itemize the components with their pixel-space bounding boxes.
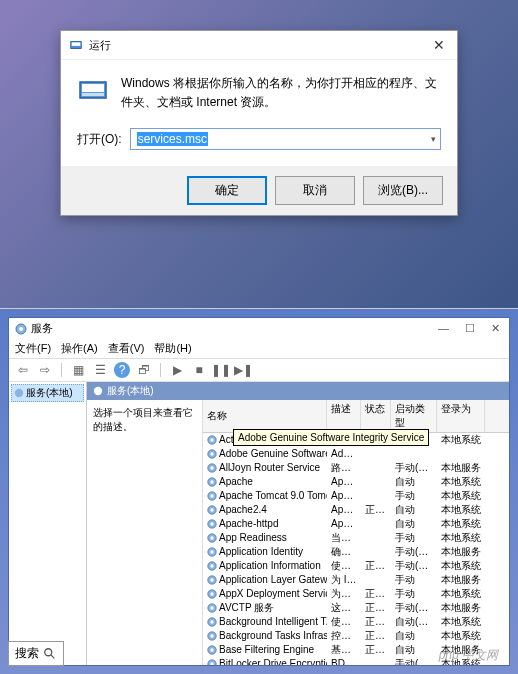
- table-row[interactable]: AVCTP 服务这是…正在…手动(触发…本地服务: [203, 601, 509, 615]
- menu-help[interactable]: 帮助(H): [154, 341, 191, 356]
- svg-point-38: [210, 634, 213, 637]
- gear-icon: [207, 659, 217, 666]
- col-start[interactable]: 启动类型: [391, 400, 437, 432]
- properties-icon[interactable]: ▦: [70, 362, 86, 378]
- svg-point-40: [210, 648, 213, 651]
- gear-icon: [207, 589, 217, 599]
- refresh-icon[interactable]: 🗗: [136, 362, 152, 378]
- svg-point-22: [210, 522, 213, 525]
- help-icon[interactable]: ?: [114, 362, 130, 378]
- open-label: 打开(O):: [77, 131, 122, 148]
- gear-icon: [207, 645, 217, 655]
- menu-file[interactable]: 文件(F): [15, 341, 51, 356]
- svg-point-14: [210, 466, 213, 469]
- svg-rect-3: [82, 84, 104, 92]
- close-icon[interactable]: ✕: [429, 37, 449, 53]
- svg-point-36: [210, 620, 213, 623]
- gear-icon: [207, 505, 217, 515]
- maximize-icon[interactable]: ☐: [462, 322, 478, 335]
- run-dialog: 运行 ✕ Windows 将根据你所输入的名称，为你打开相应的程序、文件夹、文档…: [60, 30, 458, 216]
- play-icon[interactable]: ▶: [169, 362, 185, 378]
- back-icon[interactable]: ⇦: [15, 362, 31, 378]
- table-row[interactable]: Background Intelligent T...使用…正在…自动(延迟…本…: [203, 615, 509, 629]
- table-row[interactable]: Apache Tomcat 9.0 Tomc...Apa...手动本地系统: [203, 489, 509, 503]
- run-titlebar: 运行 ✕: [61, 31, 457, 60]
- svg-point-16: [210, 480, 213, 483]
- table-row[interactable]: Adobe Genuine Software...Ado...: [203, 447, 509, 461]
- svg-point-10: [210, 438, 213, 441]
- stop-icon[interactable]: ■: [191, 362, 207, 378]
- col-login[interactable]: 登录为: [437, 400, 485, 432]
- run-input-value: services.msc: [137, 132, 208, 146]
- services-window: 服务 — ☐ ✕ 文件(F) 操作(A) 查看(V) 帮助(H) ⇦ ⇨ ▦ ☰…: [8, 317, 510, 666]
- services-table: 名称 描述 状态 启动类型 登录为 ActiveX Installer (AxI…: [203, 400, 509, 665]
- svg-point-26: [210, 550, 213, 553]
- svg-line-48: [51, 654, 55, 658]
- svg-point-18: [210, 494, 213, 497]
- menu-action[interactable]: 操作(A): [61, 341, 98, 356]
- gear-icon: [207, 547, 217, 557]
- ok-button[interactable]: 确定: [187, 176, 267, 205]
- table-row[interactable]: Background Tasks Infras...控制…正在…自动本地系统: [203, 629, 509, 643]
- gear-icon: [93, 386, 103, 396]
- table-row[interactable]: App Readiness当用…手动本地系统: [203, 531, 509, 545]
- svg-point-12: [210, 452, 213, 455]
- chevron-down-icon[interactable]: ▾: [431, 134, 436, 144]
- col-desc[interactable]: 描述: [327, 400, 361, 432]
- restart-icon[interactable]: ▶❚: [235, 362, 251, 378]
- svg-point-8: [94, 387, 102, 395]
- table-row[interactable]: AllJoyn Router Service路由…手动(触发…本地服务: [203, 461, 509, 475]
- minimize-icon[interactable]: —: [435, 322, 452, 335]
- forward-icon[interactable]: ⇨: [37, 362, 53, 378]
- table-row[interactable]: Apache-httpdApa...自动本地系统: [203, 517, 509, 531]
- tooltip: Adobe Genuine Software Integrity Service: [233, 429, 429, 446]
- gear-icon: [15, 323, 27, 335]
- table-row[interactable]: AppX Deployment Servic...为部…正在…手动本地系统: [203, 587, 509, 601]
- gear-icon: [207, 449, 217, 459]
- svg-rect-1: [72, 42, 81, 46]
- close-icon[interactable]: ✕: [488, 322, 503, 335]
- run-title-text: 运行: [89, 38, 111, 53]
- svg-rect-4: [82, 93, 104, 96]
- menu-view[interactable]: 查看(V): [108, 341, 145, 356]
- gear-icon: [207, 533, 217, 543]
- gear-icon: [14, 388, 24, 398]
- run-dialog-backdrop: 运行 ✕ Windows 将根据你所输入的名称，为你打开相应的程序、文件夹、文档…: [0, 0, 518, 308]
- services-description-panel: 选择一个项目来查看它的描述。: [87, 400, 203, 665]
- run-icon-large: [77, 74, 109, 106]
- svg-point-24: [210, 536, 213, 539]
- cancel-button[interactable]: 取消: [275, 176, 355, 205]
- gear-icon: [207, 519, 217, 529]
- table-row[interactable]: Application Identity确定…手动(触发…本地服务: [203, 545, 509, 559]
- watermark: php 中文网: [439, 647, 498, 664]
- gear-icon: [207, 631, 217, 641]
- search-overlay[interactable]: 搜索: [8, 641, 64, 666]
- gear-icon: [207, 463, 217, 473]
- gear-icon: [207, 603, 217, 613]
- col-name[interactable]: 名称: [203, 400, 327, 432]
- run-icon: [69, 38, 83, 52]
- gear-icon: [207, 435, 217, 445]
- search-icon: [43, 647, 57, 661]
- table-row[interactable]: ApacheApa...自动本地系统: [203, 475, 509, 489]
- browse-button[interactable]: 浏览(B)...: [363, 176, 443, 205]
- svg-point-20: [210, 508, 213, 511]
- pause-icon[interactable]: ❚❚: [213, 362, 229, 378]
- gear-icon: [207, 477, 217, 487]
- tree-node-local[interactable]: 服务(本地): [11, 384, 84, 402]
- table-row[interactable]: Application Information使用…正在…手动(触发…本地系统: [203, 559, 509, 573]
- gear-icon: [207, 617, 217, 627]
- run-button-bar: 确定 取消 浏览(B)...: [61, 166, 457, 215]
- svg-point-34: [210, 606, 213, 609]
- col-status[interactable]: 状态: [361, 400, 391, 432]
- table-row[interactable]: Application Layer Gatewa...为 In...手动本地服务: [203, 573, 509, 587]
- services-tree: 服务(本地): [9, 382, 87, 665]
- services-panel-header: 服务(本地): [87, 382, 509, 400]
- services-toolbar: ⇦ ⇨ ▦ ☰ ? 🗗 ▶ ■ ❚❚ ▶❚: [9, 359, 509, 382]
- export-icon[interactable]: ☰: [92, 362, 108, 378]
- svg-point-30: [210, 578, 213, 581]
- run-input-combo[interactable]: services.msc ▾: [130, 128, 441, 150]
- table-row[interactable]: Apache2.4Apa...正在…自动本地系统: [203, 503, 509, 517]
- svg-point-6: [19, 327, 23, 331]
- table-body: ActiveX Installer (AxInstSV)为从…手动本地系统Ado…: [203, 433, 509, 665]
